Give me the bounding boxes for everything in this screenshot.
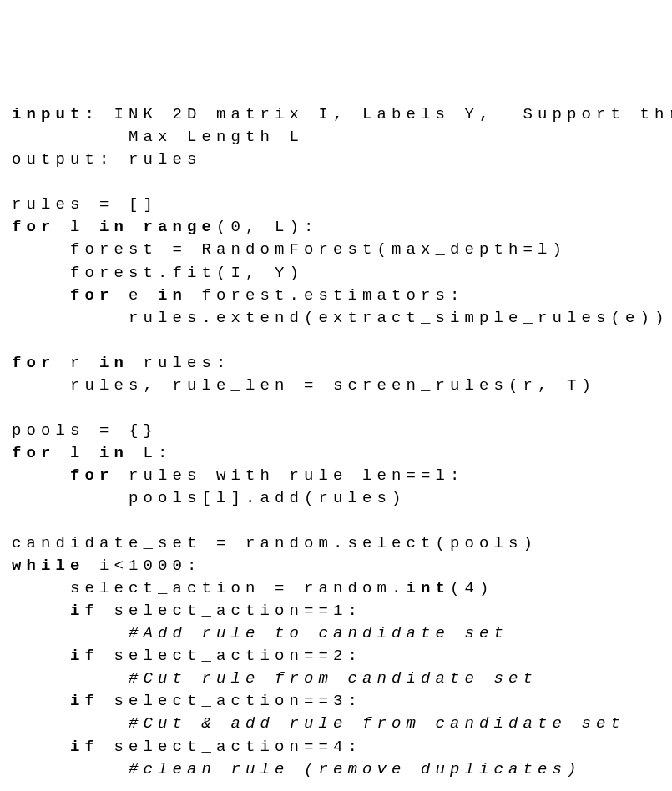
code-token: rules.extend(extract_simple_rules(e)) (12, 309, 669, 327)
code-token: rules: (129, 354, 231, 372)
code-line (12, 171, 662, 194)
code-line: select_action = random.int(4) (12, 577, 662, 600)
code-line: if select_action==1: (12, 600, 662, 622)
code-token (129, 218, 144, 236)
code-token: candidate_set = random.select(pools) (12, 534, 538, 552)
pseudocode-block: input: INK 2D matrix I, Labels Y, Suppor… (12, 103, 662, 791)
code-line: pools = {} (12, 420, 662, 442)
keyword-token: int (407, 579, 451, 597)
code-line: for l in L: (12, 442, 662, 465)
code-token: select_action==2: (99, 647, 362, 665)
code-line: forest.fit(I, Y) (12, 262, 662, 285)
code-line: output: rules (12, 149, 662, 171)
code-line: if select_action==2: (12, 645, 662, 668)
code-token (12, 669, 129, 688)
code-token: rules, rule_len = screen_rules(r, T) (12, 376, 596, 395)
code-line: #Cut & add rule from candidate set (12, 713, 662, 735)
keyword-token: range (144, 218, 217, 236)
code-line: #clean rule (remove duplicates) (12, 758, 662, 781)
code-token: : INK 2D matrix I, Labels Y, Support thr… (85, 105, 672, 123)
code-line: while i<1000: (12, 555, 662, 577)
keyword-token: in (99, 444, 129, 462)
code-line: rules, rule_len = screen_rules(r, T) (12, 375, 662, 397)
code-token (12, 760, 129, 778)
code-line: rules.extend(extract_simple_rules(e)) (12, 307, 662, 330)
code-token: forest.estimators: (187, 286, 465, 305)
code-token: l (56, 444, 100, 462)
code-line: #Add rule to candidate set (12, 622, 662, 645)
code-line: if select_action==3: (12, 690, 662, 713)
code-token (12, 714, 129, 733)
code-line (12, 330, 662, 352)
code-token: i<1000: (85, 557, 202, 575)
keyword-token: in (99, 354, 129, 372)
code-token: select_action==1: (99, 602, 362, 620)
code-line: rules = [] (12, 194, 662, 216)
code-token: pools[l].add(rules) (12, 489, 407, 507)
code-token: e (114, 286, 159, 305)
code-line: for r in rules: (12, 352, 662, 375)
code-token: L: (129, 444, 173, 462)
code-line: if select_action==4: (12, 736, 662, 758)
code-token: forest = RandomForest(max_depth=l) (12, 240, 567, 259)
code-token: output: rules (12, 150, 202, 169)
code-token: rules = [] (12, 195, 158, 214)
code-token (12, 692, 70, 710)
keyword-token: input (12, 105, 85, 123)
code-line: for rules with rule_len==l: (12, 465, 662, 487)
keyword-token: if (70, 738, 99, 756)
keyword-token: if (70, 692, 99, 710)
code-line: candidate_set = random.select(pools) (12, 532, 662, 555)
code-token: l (56, 218, 100, 236)
code-line: forest = RandomForest(max_depth=l) (12, 239, 662, 261)
code-line: input: INK 2D matrix I, Labels Y, Suppor… (12, 103, 662, 126)
code-line (12, 510, 662, 532)
comment-token: #Cut rule from candidate set (129, 669, 538, 688)
code-token: (4) (450, 579, 494, 597)
code-token: r (56, 354, 100, 372)
code-token (12, 286, 70, 305)
keyword-token: in (158, 286, 187, 305)
code-token: select_action==3: (99, 692, 362, 710)
code-token (12, 466, 70, 485)
keyword-token: for (70, 466, 114, 485)
code-token: Max Length L (12, 128, 304, 146)
code-token: select_action = random. (12, 579, 407, 597)
code-token (12, 602, 70, 620)
keyword-token: while (12, 557, 85, 575)
keyword-token: for (12, 218, 56, 236)
code-line: Max Length L (12, 126, 662, 149)
code-line: pools[l].add(rules) (12, 487, 662, 510)
code-line: for l in range(0, L): (12, 216, 662, 239)
code-token: select_action==4: (99, 738, 362, 756)
code-line: #Cut rule from candidate set (12, 668, 662, 690)
code-line (12, 397, 662, 420)
code-token: rules with rule_len==l: (114, 466, 465, 485)
keyword-token: for (12, 444, 56, 462)
keyword-token: in (99, 218, 129, 236)
code-token: forest.fit(I, Y) (12, 264, 304, 282)
keyword-token: if (70, 602, 99, 620)
code-token: pools = {} (12, 421, 158, 440)
comment-token: #Add rule to candidate set (129, 624, 508, 642)
comment-token: #clean rule (remove duplicates) (129, 760, 582, 778)
code-token: (0, L): (216, 218, 319, 236)
code-token (12, 647, 70, 665)
keyword-token: if (70, 647, 99, 665)
code-line: for e in forest.estimators: (12, 285, 662, 307)
keyword-token: for (70, 286, 114, 305)
code-line (12, 781, 662, 791)
keyword-token: for (12, 354, 56, 372)
code-token (12, 624, 129, 642)
comment-token: #Cut & add rule from candidate set (129, 714, 625, 733)
code-token (12, 738, 70, 756)
